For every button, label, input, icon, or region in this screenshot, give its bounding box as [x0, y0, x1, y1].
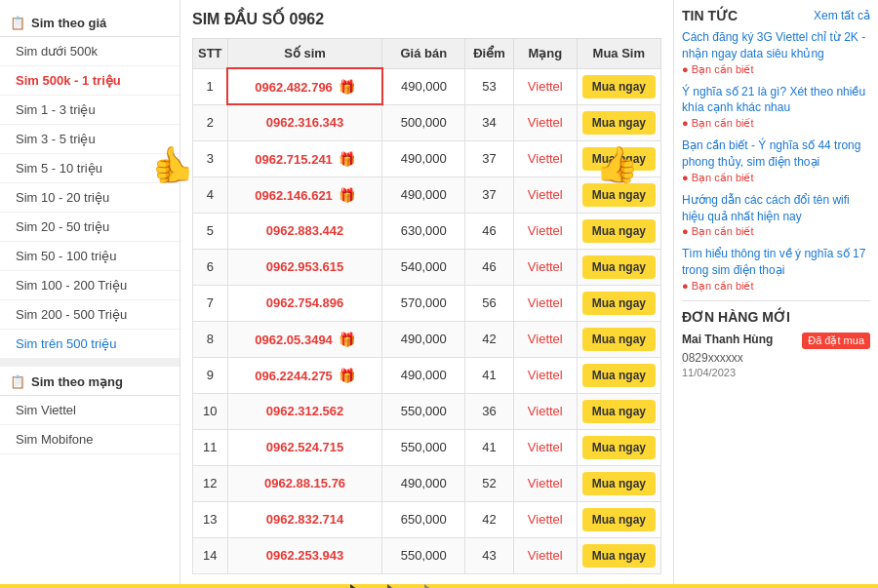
sidebar-price-item[interactable]: Sim 20 - 50 triệu: [0, 213, 180, 242]
sim-number[interactable]: 0962.253.943: [266, 548, 344, 563]
sidebar-price-item[interactable]: Sim 10 - 20 triệu: [0, 183, 180, 213]
cell-sim[interactable]: 0962.883.442: [227, 213, 382, 249]
sidebar-price-item[interactable]: Sim trên 500 triệu: [0, 330, 180, 359]
sidebar-network-items: Sim ViettelSim Mobifone: [0, 396, 180, 454]
buy-button[interactable]: Mua ngay: [582, 255, 656, 279]
sim-number[interactable]: 0962.883.442: [266, 223, 344, 238]
sidebar-price-item[interactable]: Sim 100 - 200 Triệu: [0, 271, 180, 300]
right-panel: TIN TỨC Xem tất cả Cách đăng ký 3G Viett…: [673, 0, 878, 584]
sim-number[interactable]: 0962.146.621: [255, 188, 333, 203]
order-status-badge: Đã đặt mua: [802, 333, 870, 349]
sim-number[interactable]: 0962.316.343: [266, 115, 344, 130]
cell-sim[interactable]: 0962.312.562: [227, 393, 382, 429]
sim-number[interactable]: 0962.88.15.76: [264, 476, 345, 490]
sim-number[interactable]: 0962.715.241: [255, 152, 333, 167]
col-price: Giá bán: [382, 39, 465, 69]
table-row: 130962.832.714650,00042ViettelMua ngay: [193, 501, 661, 537]
cell-sim[interactable]: 0962.715.241 🎁: [227, 140, 382, 176]
sim-number[interactable]: 0962.524.715: [266, 440, 344, 454]
cell-buy[interactable]: Mua ngay: [577, 429, 660, 465]
cell-sim[interactable]: 0962.524.715: [227, 429, 382, 465]
buy-button[interactable]: Mua ngay: [582, 544, 656, 568]
cell-buy[interactable]: Mua ngay: [577, 393, 660, 429]
see-all-link[interactable]: Xem tất cả: [814, 9, 870, 22]
news-link[interactable]: Bạn cần biết - Ý nghĩa số 44 trong phong…: [682, 137, 870, 171]
buy-button[interactable]: Mua ngay: [582, 364, 656, 387]
sidebar-price-item[interactable]: Sim 5 - 10 triệu: [0, 154, 180, 183]
news-sub: ● Bạn cần biết: [682, 280, 754, 292]
buy-button[interactable]: Mua ngay: [582, 436, 656, 459]
table-row: 80962.05.3494 🎁490,00042ViettelMua ngay: [193, 321, 661, 357]
sim-number[interactable]: 0962.05.3494: [255, 333, 333, 347]
table-row: 100962.312.562550,00036ViettelMua ngay: [193, 393, 661, 429]
cell-sim[interactable]: 0962.146.621 🎁: [227, 176, 382, 213]
cell-network: Viettel: [513, 213, 577, 249]
cell-buy[interactable]: Mua ngay: [577, 465, 660, 501]
sim-table-body: 10962.482.796 🎁490,00053ViettelMua ngay2…: [193, 68, 661, 573]
sim-number[interactable]: 096.2244.275: [255, 369, 333, 383]
sidebar-network-item[interactable]: Sim Viettel: [0, 396, 180, 425]
news-link[interactable]: Tìm hiểu thông tin về ý nghĩa số 17 tron…: [682, 246, 870, 279]
sim-number[interactable]: 0962.482.796: [255, 80, 333, 95]
cell-sim[interactable]: 0962.832.714: [227, 501, 382, 537]
cell-buy[interactable]: Mua ngay: [577, 249, 660, 285]
cell-sim[interactable]: 0962.05.3494 🎁: [227, 321, 382, 357]
cell-points: 37: [465, 176, 514, 213]
cell-sim[interactable]: 0962.754.896: [227, 285, 382, 321]
news-sub: ● Bạn cần biết: [682, 225, 754, 237]
sim-number[interactable]: 0962.953.615: [266, 259, 344, 274]
cell-buy[interactable]: Mua ngay: [577, 321, 660, 357]
cell-network: Viettel: [513, 68, 577, 104]
sidebar-network-item[interactable]: Sim Mobifone: [0, 425, 180, 454]
cell-network: Viettel: [513, 465, 577, 501]
cell-buy[interactable]: Mua ngay: [577, 176, 660, 213]
sim-number[interactable]: 0962.832.714: [266, 512, 344, 527]
sidebar-price-item[interactable]: Sim 1 - 3 triệu: [0, 96, 180, 125]
buy-button[interactable]: Mua ngay: [582, 400, 656, 423]
buy-button[interactable]: Mua ngay: [582, 292, 656, 315]
sidebar-price-item[interactable]: Sim 3 - 5 triệu: [0, 125, 180, 154]
buy-button[interactable]: Mua ngay: [582, 147, 656, 171]
table-row: 140962.253.943550,00043ViettelMua ngay: [193, 537, 661, 573]
main-wrapper: 📋 Sim theo giá Sim dưới 500kSim 500k - 1…: [0, 0, 878, 588]
cell-sim[interactable]: 0962.953.615: [227, 249, 382, 285]
order-row: Mai Thanh HùngĐã đặt mua: [682, 333, 870, 349]
buy-button[interactable]: Mua ngay: [582, 508, 656, 531]
buy-button[interactable]: Mua ngay: [582, 219, 656, 243]
news-link[interactable]: Ý nghĩa số 21 là gì? Xét theo nhiều khía…: [682, 84, 870, 117]
sidebar-price-item[interactable]: Sim 200 - 500 Triệu: [0, 300, 180, 330]
sim-number[interactable]: 0962.312.562: [266, 404, 344, 418]
sidebar-price-item[interactable]: Sim 500k - 1 triệu: [0, 66, 180, 96]
cell-buy[interactable]: Mua ngay: [577, 213, 660, 249]
cell-buy[interactable]: Mua ngay: [577, 285, 660, 321]
news-link[interactable]: Cách đăng ký 3G Viettel chỉ từ 2K - nhận…: [682, 29, 870, 62]
buy-button[interactable]: Mua ngay: [582, 472, 656, 495]
news-items: Cách đăng ký 3G Viettel chỉ từ 2K - nhận…: [682, 29, 870, 293]
buy-button[interactable]: Mua ngay: [582, 111, 656, 135]
sidebar-price-items: Sim dưới 500kSim 500k - 1 triệuSim 1 - 3…: [0, 37, 180, 359]
cell-stt: 6: [193, 249, 228, 285]
buy-button[interactable]: Mua ngay: [582, 328, 656, 351]
cell-buy[interactable]: Mua ngay: [577, 501, 660, 537]
cell-buy[interactable]: Mua ngay: [577, 140, 660, 176]
cell-network: Viettel: [513, 537, 577, 573]
cell-buy[interactable]: Mua ngay: [577, 68, 660, 104]
cell-buy[interactable]: Mua ngay: [577, 357, 660, 393]
buy-button[interactable]: Mua ngay: [582, 183, 656, 207]
cell-network: Viettel: [513, 357, 577, 393]
col-sim: Số sim: [227, 39, 382, 69]
sim-number[interactable]: 0962.754.896: [266, 295, 344, 310]
cell-buy[interactable]: Mua ngay: [577, 104, 660, 140]
cell-price: 550,000: [382, 537, 465, 573]
sidebar-price-item[interactable]: Sim 50 - 100 triệu: [0, 242, 180, 271]
cell-sim[interactable]: 0962.482.796 🎁: [227, 68, 382, 104]
buy-button[interactable]: Mua ngay: [582, 75, 656, 98]
cell-buy[interactable]: Mua ngay: [577, 537, 660, 573]
sidebar-price-item[interactable]: Sim dưới 500k: [0, 37, 180, 66]
cell-sim[interactable]: 0962.253.943: [227, 537, 382, 573]
cell-sim[interactable]: 0962.88.15.76: [227, 465, 382, 501]
news-link[interactable]: Hướng dẫn các cách đổi tên wifi hiệu quả…: [682, 192, 870, 225]
cell-sim[interactable]: 0962.316.343: [227, 104, 382, 140]
cell-sim[interactable]: 096.2244.275 🎁: [227, 357, 382, 393]
cell-price: 490,000: [382, 321, 465, 357]
